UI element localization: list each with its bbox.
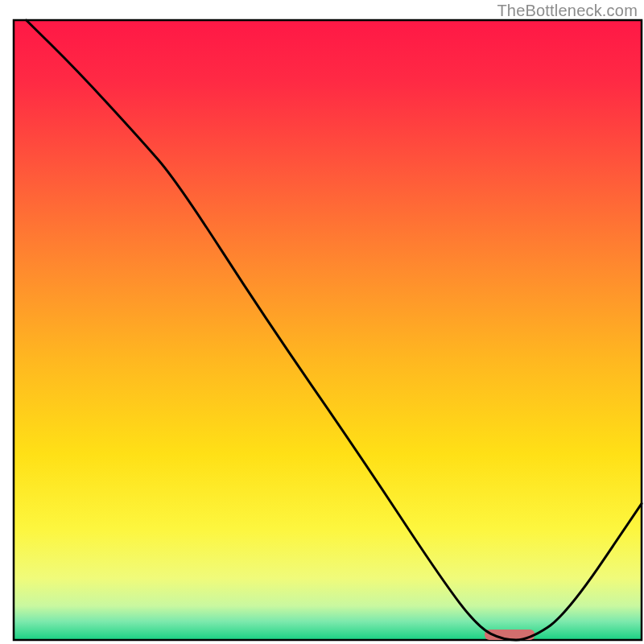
chart-svg [0,0,644,644]
watermark-text: TheBottleneck.com [497,2,638,20]
plot-background [14,20,642,640]
chart-container: TheBottleneck.com [0,0,644,644]
